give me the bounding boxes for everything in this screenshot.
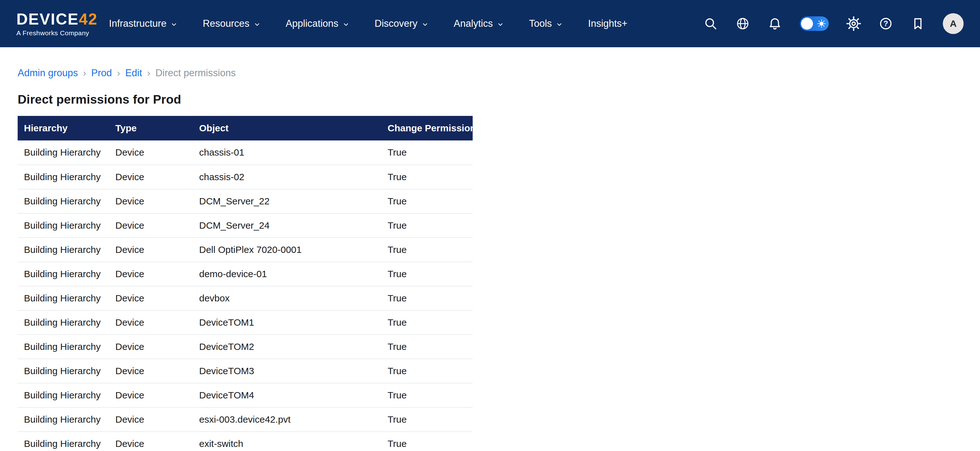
bookmark-button[interactable] <box>911 16 925 31</box>
table-cell: DCM_Server_22 <box>193 189 381 213</box>
direct-permissions-table: HierarchyTypeObjectChange Permission Bui… <box>18 116 473 451</box>
table-cell: Device <box>109 165 193 189</box>
table-cell: Building Hierarchy <box>18 237 109 262</box>
column-header-hierarchy: Hierarchy <box>18 116 109 140</box>
table-row: Building HierarchyDevicechassis-01True <box>18 140 473 165</box>
table-cell: Building Hierarchy <box>18 335 109 359</box>
column-header-type: Type <box>109 116 193 140</box>
table-cell: demo-device-01 <box>193 262 381 286</box>
nav-item-label: Infrastructure <box>109 18 167 29</box>
nav-item-discovery[interactable]: Discovery <box>375 18 428 29</box>
table-cell: True <box>381 165 473 189</box>
table-cell: Device <box>109 213 193 237</box>
table-cell: Device <box>109 237 193 262</box>
svg-text:?: ? <box>884 19 888 28</box>
nav-item-applications[interactable]: Applications <box>286 18 350 29</box>
table-cell: Building Hierarchy <box>18 359 109 383</box>
bookmark-icon <box>911 16 925 31</box>
table-row: Building HierarchyDeviceDeviceTOM1True <box>18 310 473 335</box>
table-row: Building HierarchyDeviceDCM_Server_24Tru… <box>18 213 473 237</box>
search-icon <box>703 16 718 31</box>
table-cell: DeviceTOM4 <box>193 383 381 407</box>
table-cell: True <box>381 383 473 407</box>
table-cell: True <box>381 407 473 432</box>
globe-icon <box>735 16 750 31</box>
breadcrumb-item-prod[interactable]: Prod <box>91 67 112 79</box>
breadcrumb-separator: › <box>117 67 120 79</box>
theme-toggle[interactable] <box>800 16 829 31</box>
column-header-change-permission: Change Permission <box>381 116 473 140</box>
nav-item-insights-[interactable]: Insights+ <box>588 18 627 29</box>
table-cell: True <box>381 310 473 335</box>
top-navbar: DEVICE42 A Freshworks Company Infrastruc… <box>0 0 980 47</box>
main-content: Admin groups›Prod›Edit›Direct permission… <box>0 67 980 451</box>
table-cell: Device <box>109 140 193 165</box>
table-cell: Building Hierarchy <box>18 213 109 237</box>
table-cell: True <box>381 359 473 383</box>
breadcrumb-item-edit[interactable]: Edit <box>125 67 142 79</box>
notifications-button[interactable] <box>768 16 782 31</box>
table-cell: Dell OptiPlex 7020-0001 <box>193 237 381 262</box>
table-cell: Building Hierarchy <box>18 432 109 451</box>
chevron-down-icon <box>497 21 504 28</box>
table-cell: Building Hierarchy <box>18 383 109 407</box>
table-cell: Device <box>109 432 193 451</box>
navbar-actions: ? A <box>703 13 964 34</box>
bell-icon <box>768 16 782 31</box>
table-cell: True <box>381 140 473 165</box>
nav-item-tools[interactable]: Tools <box>529 18 563 29</box>
table-cell: Building Hierarchy <box>18 310 109 335</box>
nav-item-label: Discovery <box>375 18 417 29</box>
table-cell: DeviceTOM1 <box>193 310 381 335</box>
table-cell: True <box>381 335 473 359</box>
avatar-initial: A <box>950 18 957 29</box>
table-row: Building HierarchyDeviceesxi-003.device4… <box>18 407 473 432</box>
table-row: Building HierarchyDeviceDeviceTOM2True <box>18 335 473 359</box>
table-cell: DCM_Server_24 <box>193 213 381 237</box>
table-cell: Device <box>109 310 193 335</box>
table-cell: True <box>381 237 473 262</box>
table-cell: Device <box>109 407 193 432</box>
gear-icon <box>846 16 861 31</box>
logo-text-42: 42 <box>79 10 98 28</box>
table-cell: chassis-01 <box>193 140 381 165</box>
table-cell: Building Hierarchy <box>18 286 109 310</box>
nav-item-label: Resources <box>203 18 249 29</box>
column-header-object: Object <box>193 116 381 140</box>
table-cell: esxi-003.device42.pvt <box>193 407 381 432</box>
table-row: Building HierarchyDeviceDCM_Server_22Tru… <box>18 189 473 213</box>
device42-logo[interactable]: DEVICE42 A Freshworks Company <box>16 11 98 36</box>
table-cell: Device <box>109 359 193 383</box>
table-row: Building HierarchyDevicechassis-02True <box>18 165 473 189</box>
chevron-down-icon <box>254 21 261 28</box>
table-row: Building HierarchyDevicedevboxTrue <box>18 286 473 310</box>
settings-button[interactable] <box>846 16 861 31</box>
primary-nav: InfrastructureResourcesApplicationsDisco… <box>109 18 627 29</box>
chevron-down-icon <box>342 21 350 28</box>
help-icon: ? <box>878 16 893 31</box>
table-cell: devbox <box>193 286 381 310</box>
page-title: Direct permissions for Prod <box>18 92 963 106</box>
chevron-down-icon <box>422 21 428 28</box>
table-cell: Device <box>109 335 193 359</box>
table-row: Building HierarchyDevicedemo-device-01Tr… <box>18 262 473 286</box>
table-cell: True <box>381 189 473 213</box>
table-cell: Building Hierarchy <box>18 165 109 189</box>
table-row: Building HierarchyDeviceexit-switchTrue <box>18 432 473 451</box>
table-header-row: HierarchyTypeObjectChange Permission <box>18 116 473 140</box>
avatar[interactable]: A <box>943 13 964 34</box>
help-button[interactable]: ? <box>878 16 893 31</box>
search-button[interactable] <box>703 16 718 31</box>
chevron-down-icon <box>556 21 563 28</box>
nav-item-label: Tools <box>529 18 552 29</box>
sun-icon <box>817 19 826 29</box>
breadcrumb-item-admin-groups[interactable]: Admin groups <box>18 67 78 79</box>
nav-item-infrastructure[interactable]: Infrastructure <box>109 18 178 29</box>
breadcrumb-separator: › <box>147 67 150 79</box>
table-cell: Device <box>109 383 193 407</box>
table-cell: chassis-02 <box>193 165 381 189</box>
language-button[interactable] <box>735 16 750 31</box>
logo-wordmark: DEVICE42 <box>16 11 98 27</box>
nav-item-analytics[interactable]: Analytics <box>454 18 504 29</box>
nav-item-resources[interactable]: Resources <box>203 18 260 29</box>
